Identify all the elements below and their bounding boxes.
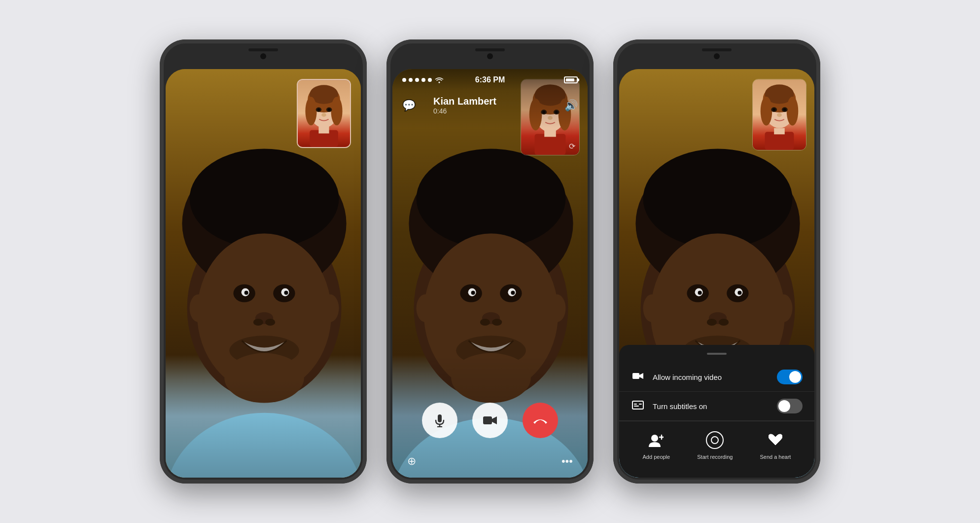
video-icon [632,372,644,380]
svg-point-18 [190,294,208,322]
record-inner-dot [711,436,719,444]
phone-1-video-bg [166,69,361,478]
incoming-video-option[interactable]: Allow incoming video [619,363,814,392]
volume-icon[interactable]: 🔊 [564,99,578,112]
phone-2-speaker [475,48,505,51]
add-people-label: Add people [643,454,670,460]
end-call-button[interactable] [523,403,558,438]
incoming-video-label: Allow incoming video [653,373,722,381]
phone-2-screen: ⟳ [392,69,588,478]
phone-3-camera [714,53,720,59]
svg-rect-105 [639,404,642,405]
svg-point-11 [245,291,248,295]
signal-dot-2 [409,78,413,82]
svg-point-15 [265,319,275,326]
start-recording-label: Start recording [697,454,733,460]
toggle-thumb [789,371,801,383]
phone-1-speaker [248,48,278,51]
add-person-svg [649,433,664,447]
call-header: 💬 Kian Lambert 0:46 🔊 [392,91,588,120]
subtitles-label: Turn subtitles on [653,402,707,411]
mute-button[interactable] [422,403,457,438]
svg-point-12 [284,291,288,295]
svg-rect-63 [535,134,566,154]
signal-dot-3 [415,78,419,82]
call-duration: 0:46 [433,107,447,115]
sheet-handle [707,353,727,355]
svg-point-24 [305,97,316,125]
phone-3-screen: Allow incoming video [619,69,814,478]
video-button[interactable] [472,403,508,438]
svg-point-80 [737,291,741,295]
end-call-icon [532,415,548,425]
phone-1-self-view-video [298,80,350,147]
signal-dot-1 [402,78,406,82]
svg-rect-104 [634,406,639,407]
phone-2-status-bar: 6:36 PM [392,69,588,91]
svg-rect-102 [632,401,643,409]
svg-point-92 [761,97,772,126]
svg-point-51 [548,294,565,322]
svg-point-97 [783,108,786,111]
phone-1-self-view-svg [298,80,350,147]
svg-point-29 [328,108,331,111]
svg-rect-65 [438,414,442,422]
send-heart-action[interactable]: Send a heart [760,429,791,460]
phone-1 [160,39,367,484]
chat-icon[interactable]: 💬 [402,99,416,112]
incoming-video-toggle[interactable] [777,370,803,384]
captions-icon [631,401,645,412]
more-options-icon[interactable]: ••• [561,455,573,468]
signal-dot-4 [421,78,425,82]
heart-svg [769,434,782,447]
phone-2: ⟳ [386,39,594,484]
svg-point-50 [417,294,434,322]
svg-rect-64 [544,130,556,137]
svg-point-44 [511,291,515,295]
status-time: 6:36 PM [475,75,505,84]
svg-point-19 [321,294,339,322]
record-icon [704,429,726,451]
svg-point-79 [698,291,702,295]
focus-icon[interactable]: ⊕ [407,455,416,468]
call-bottom-bar: ⊕ ••• [392,455,588,468]
camera-switch-icon[interactable]: ⟳ [569,142,575,151]
subtitles-toggle-thumb [778,400,790,412]
start-recording-action[interactable]: Start recording [697,429,733,460]
svg-rect-100 [774,128,785,135]
subtitles-option[interactable]: Turn subtitles on [619,392,814,421]
svg-point-106 [651,435,658,442]
svg-point-30 [321,113,326,117]
phone-2-video-bg: ⟳ [392,69,588,478]
video-option-icon [631,372,645,383]
phone-3-self-view [752,79,806,150]
phone-2-camera [487,53,493,59]
call-name-area: Kian Lambert 0:46 [433,96,496,115]
svg-point-28 [317,108,320,111]
contact-name: Kian Lambert [433,96,496,107]
svg-point-83 [719,319,729,326]
add-person-icon [645,429,667,451]
microphone-icon [433,413,447,427]
svg-point-98 [777,113,782,117]
send-heart-label: Send a heart [760,454,791,460]
svg-rect-103 [634,404,637,405]
svg-point-47 [492,319,502,326]
video-camera-icon [483,414,497,426]
phone-3-speaker [702,48,732,51]
phone-1-overlay [166,379,361,478]
svg-point-86 [643,294,661,322]
subtitles-toggle[interactable] [777,399,803,413]
svg-rect-99 [765,132,794,149]
svg-point-46 [480,319,490,326]
svg-point-43 [471,291,475,295]
signal-dot-5 [428,78,432,82]
bottom-sheet: Allow incoming video [619,345,814,478]
wifi-icon [435,76,444,83]
phone-1-camera [260,53,266,59]
add-people-action[interactable]: Add people [643,429,670,460]
phone-3-video-bg: Allow incoming video [619,69,814,478]
svg-point-96 [772,108,775,111]
record-circle [706,431,724,449]
call-controls [392,403,588,438]
